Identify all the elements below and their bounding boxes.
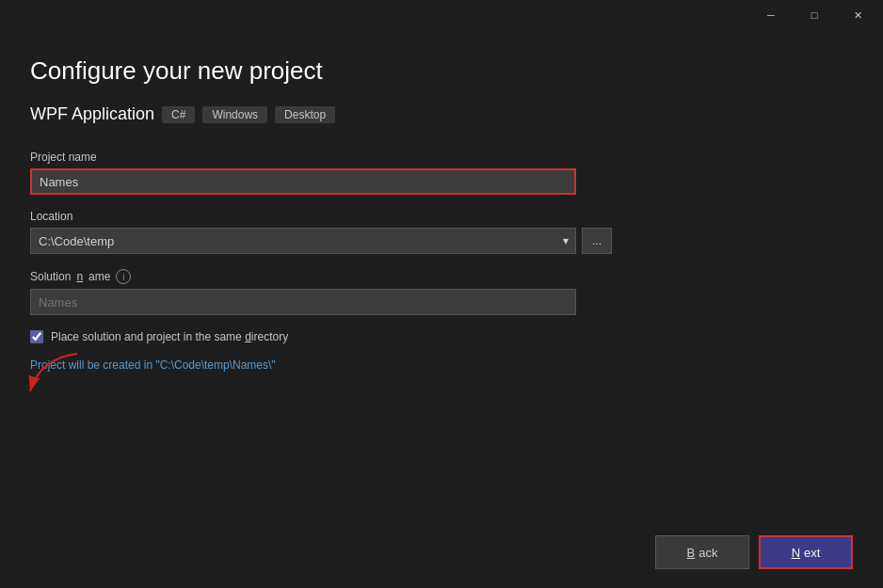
next-button[interactable]: Next	[759, 535, 853, 569]
main-content: Configure your new project WPF Applicati…	[0, 30, 883, 524]
window: ─ □ ✕ Configure your new project WPF App…	[0, 0, 883, 588]
same-directory-label[interactable]: Place solution and project in the same d…	[51, 330, 288, 343]
project-type-row: WPF Application C# Windows Desktop	[30, 104, 853, 124]
minimize-button[interactable]: ─	[749, 0, 793, 30]
solution-name-field-group: Solution name i	[30, 269, 853, 315]
project-name-input[interactable]	[30, 168, 576, 195]
page-title: Configure your new project	[30, 56, 853, 86]
location-field-group: Location C:\Code\temp ...	[30, 210, 853, 254]
info-icon: i	[116, 269, 131, 284]
close-button[interactable]: ✕	[836, 0, 879, 30]
tag-csharp: C#	[162, 106, 195, 123]
location-label: Location	[30, 210, 853, 223]
tag-windows: Windows	[202, 106, 267, 123]
location-select-wrapper: C:\Code\temp	[30, 228, 576, 254]
project-name-label: Project name	[30, 151, 853, 164]
location-row: C:\Code\temp ...	[30, 228, 853, 254]
location-select[interactable]: C:\Code\temp	[30, 228, 576, 254]
browse-button[interactable]: ...	[582, 228, 612, 254]
tag-desktop: Desktop	[275, 106, 335, 123]
solution-name-label: Solution name i	[30, 269, 853, 284]
checkbox-row: Place solution and project in the same d…	[30, 330, 853, 343]
title-bar: ─ □ ✕	[0, 0, 883, 30]
title-bar-controls: ─ □ ✕	[749, 0, 879, 30]
maximize-button[interactable]: □	[793, 0, 836, 30]
project-path-info: Project will be created in "C:\Code\temp…	[30, 358, 853, 372]
back-button[interactable]: Back	[655, 535, 749, 569]
red-arrow-annotation	[21, 349, 96, 405]
project-name-field-group: Project name	[30, 151, 853, 195]
same-directory-checkbox[interactable]	[30, 330, 43, 343]
solution-name-input[interactable]	[30, 289, 576, 315]
footer: Back Next	[0, 524, 883, 588]
project-type-label: WPF Application	[30, 104, 154, 124]
